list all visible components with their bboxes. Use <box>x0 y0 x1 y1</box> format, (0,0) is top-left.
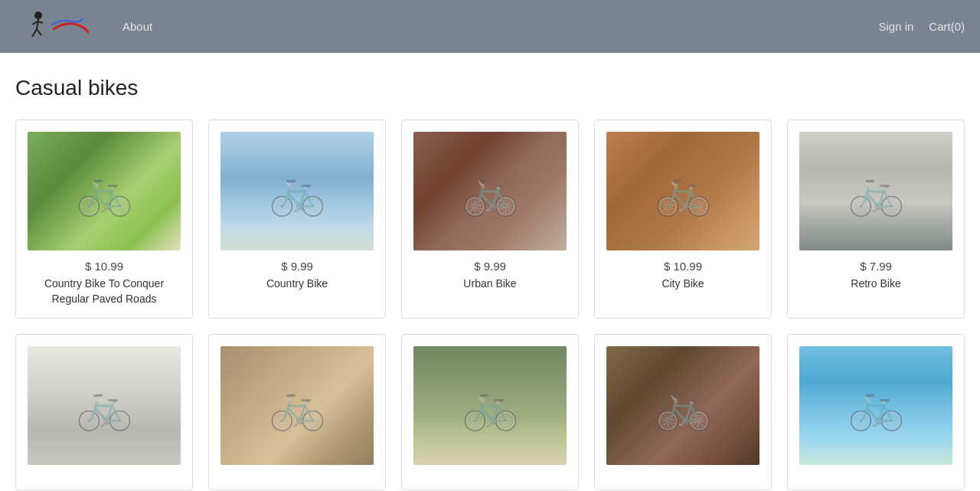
product-price-2: $ 9.99 <box>281 260 313 273</box>
product-price-1: $ 10.99 <box>85 260 123 273</box>
bike-icon-8: 🚲 <box>462 378 519 433</box>
bike-icon-2: 🚲 <box>269 164 326 218</box>
product-image-7: 🚲 <box>220 346 374 465</box>
product-card-9[interactable]: 🚲 <box>594 334 772 490</box>
product-card-7[interactable]: 🚲 <box>208 334 386 490</box>
product-image-1: 🚲 <box>28 132 181 250</box>
product-image-container-4: 🚲 <box>606 132 760 250</box>
svg-line-2 <box>32 21 38 25</box>
product-image-10: 🚲 <box>799 346 952 465</box>
svg-line-5 <box>37 29 41 35</box>
product-card-8[interactable]: 🚲 <box>401 334 579 490</box>
product-card-6[interactable]: 🚲 <box>15 334 193 490</box>
svg-point-0 <box>34 11 42 19</box>
product-image-6: 🚲 <box>28 346 181 465</box>
product-image-container-7: 🚲 <box>220 346 374 465</box>
bike-icon-1: 🚲 <box>76 164 133 218</box>
product-card-4[interactable]: 🚲 $ 10.99 City Bike <box>594 119 772 319</box>
nav-about[interactable]: About <box>115 20 160 33</box>
product-image-container-1: 🚲 <box>28 132 181 250</box>
bike-icon-5: 🚲 <box>848 164 905 218</box>
product-image-container-9: 🚲 <box>606 346 760 465</box>
bike-icon-9: 🚲 <box>655 378 712 433</box>
product-grid-row1: 🚲 $ 10.99 Country Bike To Conquer Regula… <box>15 119 965 319</box>
product-name-2: Country Bike <box>266 277 328 292</box>
product-image-container-6: 🚲 <box>28 346 181 465</box>
svg-line-4 <box>32 29 37 37</box>
cart-button[interactable]: Cart(0) <box>929 20 965 33</box>
sign-in-button[interactable]: Sign in <box>878 20 913 33</box>
main-content: Casual bikes 🚲 $ 10.99 Country Bike To C… <box>0 53 980 491</box>
product-image-container-5: 🚲 <box>799 132 952 250</box>
page-title: Casual bikes <box>15 76 965 100</box>
bike-icon-10: 🚲 <box>848 378 905 433</box>
product-name-1: Country Bike To Conquer Regular Paved Ro… <box>28 277 181 306</box>
bike-icon-6: 🚲 <box>76 378 133 433</box>
product-card-10[interactable]: 🚲 <box>787 334 965 490</box>
product-image-8: 🚲 <box>413 346 567 465</box>
product-image-container-8: 🚲 <box>413 346 567 465</box>
header-right: Sign in Cart(0) <box>878 20 965 33</box>
bike-icon-7: 🚲 <box>269 378 326 433</box>
product-card-3[interactable]: 🚲 $ 9.99 Urban Bike <box>401 119 579 319</box>
product-name-5: Retro Bike <box>851 277 900 292</box>
product-image-5: 🚲 <box>799 132 952 250</box>
product-grid-row2: 🚲 🚲 🚲 <box>15 334 965 490</box>
logo[interactable] <box>15 8 100 46</box>
header: About Sign in Cart(0) <box>0 0 980 53</box>
product-image-3: 🚲 <box>413 132 567 250</box>
svg-line-1 <box>37 19 38 29</box>
product-image-2: 🚲 <box>220 132 374 250</box>
product-price-3: $ 9.99 <box>474 260 506 273</box>
bike-icon-4: 🚲 <box>655 164 712 218</box>
product-image-container-3: 🚲 <box>413 132 567 250</box>
product-price-4: $ 10.99 <box>664 260 702 273</box>
product-image-9: 🚲 <box>606 346 760 465</box>
product-card-2[interactable]: 🚲 $ 9.99 Country Bike <box>208 119 386 319</box>
product-price-5: $ 7.99 <box>860 260 892 273</box>
product-image-container-2: 🚲 <box>220 132 374 250</box>
product-card-5[interactable]: 🚲 $ 7.99 Retro Bike <box>787 119 965 319</box>
product-name-3: Urban Bike <box>463 277 516 292</box>
product-image-container-10: 🚲 <box>799 346 952 465</box>
product-image-4: 🚲 <box>606 132 760 250</box>
product-name-4: City Bike <box>662 277 704 292</box>
product-card-1[interactable]: 🚲 $ 10.99 Country Bike To Conquer Regula… <box>15 119 193 319</box>
bike-icon-3: 🚲 <box>462 164 519 218</box>
